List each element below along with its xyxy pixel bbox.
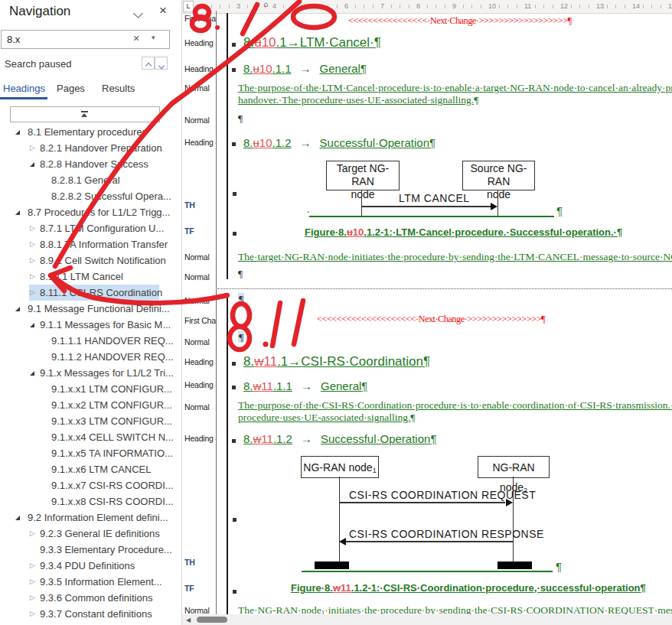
nav-tree-item[interactable]: ▷8.11.1 CSI-RS Coordination	[0, 285, 181, 301]
collapse-triangle-icon[interactable]	[15, 130, 20, 135]
expand-triangle-icon[interactable]: ▷	[30, 140, 35, 156]
heading-csi-general[interactable]: 8.w11.1.1→General¶	[243, 379, 367, 392]
nav-tree-item[interactable]: 8.2.8.2 Successful Opera...	[0, 188, 181, 204]
search-dropdown-icon[interactable]: ▾	[152, 34, 155, 41]
nav-tree-item[interactable]: 9.1.x.x1 LTM CONFIGUR...	[0, 381, 181, 397]
empty-paragraph[interactable]: ¶	[238, 112, 243, 125]
nav-tree-item[interactable]: ▷8.10.1 LTM Cancel	[0, 269, 181, 285]
collapse-triangle-icon[interactable]	[15, 516, 20, 520]
pane-dropdown-icon[interactable]	[135, 8, 142, 19]
figure2-caption[interactable]: Figure·8.w11.1.2-1:·CSI-RS·Coordination·…	[291, 582, 646, 594]
nav-tree-item[interactable]: ▷9.3.7 Constant definitions	[0, 606, 181, 622]
heading-ltm-general[interactable]: 8.u10.1.1→General¶	[243, 62, 367, 75]
arrowhead-right-icon	[491, 203, 497, 210]
nav-tree-item[interactable]: 9.1.x.x5 TA INFORMATIO...	[0, 445, 181, 461]
expand-triangle-icon[interactable]: ▷	[30, 236, 35, 252]
nav-tree-item[interactable]: ▷9.3.6 Common definitions	[0, 590, 181, 606]
tab-results[interactable]: Results	[102, 83, 135, 94]
nav-tree-item[interactable]: 8.1 Elementary procedures	[0, 124, 181, 140]
nav-tree-item[interactable]: ▷8.7.1 LTM Configuration U...	[0, 220, 181, 236]
paragraph-ltm-purpose-line2[interactable]: handover.·The·procedure·uses·UE-associat…	[238, 94, 478, 106]
paragraph-csi-purpose-line2[interactable]: procedure·uses·UE-associated·signalling.…	[238, 412, 415, 424]
nav-tree-item[interactable]: 9.1.x.x7 CSI-RS COORDI...	[0, 477, 181, 493]
collapse-triangle-icon[interactable]	[30, 371, 34, 376]
expand-triangle-icon[interactable]: ▷	[30, 574, 35, 590]
search-next-button[interactable]	[155, 57, 168, 70]
scroll-left-icon[interactable]: ◀	[186, 617, 191, 623]
nav-tree-item-label: 9.3.4 PDU Definitions	[40, 558, 135, 574]
tab-pages[interactable]: Pages	[57, 83, 85, 94]
nav-tree-item[interactable]: ▷8.2.1 Handover Preparation	[0, 140, 181, 156]
nav-tree-item[interactable]: ▷9.3.5 Information Element...	[0, 574, 181, 590]
nav-tree-item[interactable]: 9.1 Message Functional Defini...	[0, 301, 181, 317]
tab-arrow: →	[300, 136, 312, 149]
collapse-triangle-icon[interactable]	[30, 162, 34, 167]
collapse-triangle-icon[interactable]	[15, 210, 20, 215]
lifeline-end-bar	[497, 562, 532, 569]
figure1-caption[interactable]: Figure·8.u10.1.2-1:·LTM·Cancel·procedure…	[305, 226, 622, 238]
nav-tree-item[interactable]: 9.1.x.x8 CSI-RS COORDI...	[0, 493, 181, 509]
nav-tree-item[interactable]: 9.1.x.x4 CELL SWITCH N...	[0, 429, 181, 445]
heading-ltm-successful-operation[interactable]: 8.u10.1.2→Successful·Operation¶	[243, 136, 435, 149]
lifeline-source	[497, 190, 498, 216]
expand-triangle-icon[interactable]: ▷	[30, 590, 35, 606]
nav-tree-item-label: 9.3.3 Elementary Procedure...	[40, 542, 172, 558]
heading-csi-rs-coordination[interactable]: 8.w11.1→CSI-RS·Coordination¶	[243, 354, 430, 369]
figure-box-ng-ran-node1[interactable]: NG-RAN node1	[301, 456, 379, 478]
expand-triangle-icon[interactable]: ▷	[30, 269, 35, 285]
heading-csi-successful-operation[interactable]: 8.w11.1.2→Successful·Operation¶	[243, 432, 436, 445]
figure-box-ng-ran-node2[interactable]: NG-RAN node2	[478, 456, 550, 478]
nav-tree-item[interactable]: 9.1.1.1 HANDOVER REQ...	[0, 333, 181, 349]
figure-box-target-ng-ran-node[interactable]: Target NG-RANnode	[326, 161, 400, 190]
paragraph-csi-purpose-line1[interactable]: The·purpose·of·the·CSI-RS·Coordination·p…	[238, 399, 672, 412]
horizontal-scrollbar[interactable]: ◀	[182, 614, 672, 625]
ruler-number: 14	[631, 2, 641, 10]
nav-tree-item-label: 9.1.x.x1 LTM CONFIGUR...	[51, 381, 172, 397]
heading-ltm-cancel[interactable]: 8.u10.1→LTM·Cancel·¶	[243, 35, 381, 50]
paragraph-ltm-initiates[interactable]: The·target·NG-RAN·node·initiates·the·pro…	[238, 251, 672, 263]
tab-stop-selector[interactable]: L	[183, 1, 194, 12]
expand-triangle-icon[interactable]: ▷	[30, 220, 35, 236]
navigation-pane-title: Navigation	[9, 4, 70, 19]
nav-tree-item[interactable]: 9.1.x.x2 LTM CONFIGUR...	[0, 397, 181, 413]
nav-tree-item[interactable]: ▷8.8.1 TA Information Transfer	[0, 236, 181, 252]
nav-tree-item[interactable]: 9.1.x.x3 LTM CONFIGUR...	[0, 413, 181, 429]
nav-tree-item[interactable]: 9.1.1.2 HANDOVER REQ...	[0, 349, 181, 365]
tab-headings[interactable]: Headings	[3, 83, 45, 94]
collapse-headings-button[interactable]	[10, 106, 160, 122]
empty-paragraph[interactable]: ¶	[238, 293, 244, 305]
nav-tree-item[interactable]: ▷8.9.1 Cell Switch Notification	[0, 252, 181, 269]
expand-triangle-icon[interactable]: ▷	[30, 606, 35, 622]
expand-triangle-icon[interactable]: ▷	[30, 285, 35, 301]
figure-box-source-ng-ran-node[interactable]: Source NG-RANnode	[462, 161, 535, 190]
paragraph-style-label: Normal	[184, 83, 216, 93]
search-clear-icon[interactable]: ×	[133, 32, 139, 44]
expand-triangle-icon[interactable]: ▷	[30, 558, 35, 574]
nav-tree-item[interactable]: 9.1.1 Messages for Basic M...	[0, 317, 181, 333]
scrollbar-thumb[interactable]	[197, 617, 227, 623]
next-change-marker[interactable]: <<<<<<<<<<<<<<<<·Next·Change·>>>>>>>>>>>…	[348, 15, 572, 27]
nav-tree-item[interactable]: 9.1.x Messages for L1/L2 Tri...	[0, 365, 181, 381]
search-previous-button[interactable]	[142, 57, 155, 70]
nav-tree-item[interactable]: 8.7 Procedures for L1/L2 Trigg...	[0, 204, 181, 220]
collapse-triangle-icon[interactable]	[15, 307, 20, 311]
paragraph-ltm-purpose-line1[interactable]: The·purpose·of·the·LTM·Cancel·procedure·…	[238, 82, 672, 94]
empty-paragraph[interactable]: ¶	[238, 331, 244, 343]
nav-tree-item[interactable]: 8.2.8 Handover Success	[0, 156, 181, 172]
pane-close-icon[interactable]: ×	[159, 3, 167, 18]
collapse-triangle-icon[interactable]	[30, 323, 34, 327]
paragraph-style-label: Heading 4	[184, 138, 216, 147]
expand-triangle-icon[interactable]: ▷	[30, 526, 35, 542]
search-input[interactable]: 8.x × ▾	[1, 30, 170, 49]
expand-triangle-icon[interactable]: ▷	[30, 252, 35, 269]
next-change-marker[interactable]: <<<<<<<<<<<<<<<<<<<<·Next·Change·>>>>>>>…	[317, 314, 545, 325]
nav-tree-item[interactable]: ▷9.2.3 General IE definitions	[0, 526, 181, 542]
nav-tree-item[interactable]: 9.1.x.x6 LTM CANCEL	[0, 461, 181, 477]
nav-tree-item[interactable]: 9.3.3 Elementary Procedure...	[0, 542, 181, 558]
nav-tree-item[interactable]: 8.2.8.1 General	[0, 172, 181, 188]
nav-tree-item[interactable]: 9.2 Information Element defini...	[0, 509, 181, 526]
pilcrow: ¶	[374, 35, 381, 50]
empty-paragraph[interactable]: ¶	[238, 268, 243, 280]
nav-tree-item[interactable]: ▷9.3.4 PDU Definitions	[0, 558, 181, 574]
indent-marker-icon[interactable]: ⌂	[263, 0, 268, 8]
